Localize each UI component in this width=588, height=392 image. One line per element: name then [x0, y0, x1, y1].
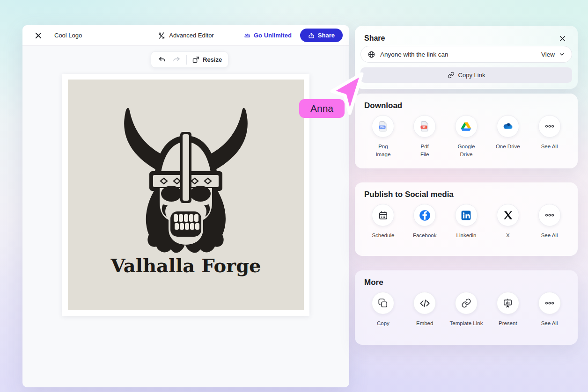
ellipsis-icon [544, 298, 555, 309]
chevron-down-icon [559, 51, 565, 58]
editor-header: Cool Logo Advanced Editor Go Unlimited S… [22, 25, 349, 46]
svg-text:PNG: PNG [380, 126, 385, 128]
x-icon [503, 210, 513, 220]
more-card: More Copy Embed [355, 270, 578, 345]
ellipsis-icon [544, 210, 555, 221]
svg-text:PDF: PDF [422, 126, 426, 128]
google-drive-icon [460, 121, 472, 132]
publish-x-button[interactable]: X [487, 204, 529, 240]
publish-see-all-button[interactable]: See All [529, 204, 570, 240]
copy-icon [378, 298, 388, 308]
copy-link-button[interactable]: Copy Link [360, 67, 572, 83]
viking-skull-logo: Valhalla Forge [68, 80, 304, 310]
undo-button[interactable] [157, 55, 167, 65]
crown-icon [243, 32, 251, 39]
more-present-button[interactable]: Present [487, 292, 529, 327]
download-google-drive-button[interactable]: Google Drive [446, 115, 487, 158]
download-png-button[interactable]: PNG Png Image [362, 115, 404, 158]
design-tools-icon [158, 32, 165, 39]
link-access-row[interactable]: Anyone with the link can View [360, 46, 572, 63]
share-panel: Share Anyone with the link can View Copy… [355, 0, 578, 392]
logo-design: Valhalla Forge [68, 80, 304, 310]
more-see-all-button[interactable]: See All [529, 292, 570, 327]
download-see-all-button[interactable]: See All [529, 115, 570, 158]
link-icon [448, 72, 455, 79]
publish-card: Publish to Social media Schedule Faceboo… [355, 182, 578, 256]
collaborator-name-badge: Anna [299, 99, 345, 118]
more-embed-button[interactable]: Embed [404, 292, 446, 327]
canvas-toolbar: Resize [151, 51, 228, 68]
advanced-editor-button[interactable]: Advanced Editor [158, 32, 213, 39]
present-icon [502, 298, 513, 309]
publish-schedule-button[interactable]: Schedule [362, 204, 404, 240]
publish-linkedin-button[interactable]: Linkedin [446, 204, 487, 240]
resize-button[interactable]: Resize [192, 56, 222, 64]
onedrive-icon [502, 120, 514, 132]
close-icon [34, 31, 43, 40]
share-panel-title: Share [364, 34, 385, 43]
document-title: Cool Logo [54, 32, 82, 39]
more-copy-button[interactable]: Copy [362, 292, 404, 327]
undo-icon [157, 55, 167, 65]
publish-title: Publish to Social media [355, 182, 578, 199]
link-access-label: Anyone with the link can [380, 51, 448, 58]
calendar-icon [378, 210, 389, 221]
logo-brand-text: Valhalla Forge [110, 254, 261, 276]
resize-icon [192, 56, 200, 64]
download-pdf-button[interactable]: PDF Pdf File [404, 115, 446, 158]
logo-artboard[interactable]: Valhalla Forge [62, 74, 309, 316]
toolbar-divider [186, 55, 187, 65]
close-icon [559, 35, 566, 43]
share-card: Share Anyone with the link can View Copy… [355, 26, 578, 89]
download-card: Download PNG Png Image PDF Pdf File [355, 94, 578, 168]
share-panel-close-button[interactable] [556, 32, 568, 44]
go-unlimited-button[interactable]: Go Unlimited [243, 32, 292, 39]
ellipsis-icon [544, 121, 555, 132]
more-template-link-button[interactable]: Template Link [446, 292, 487, 327]
download-title: Download [355, 94, 578, 110]
embed-icon [419, 298, 430, 309]
link-icon [461, 298, 471, 308]
pdf-file-icon: PDF [419, 121, 430, 132]
editor-window: Cool Logo Advanced Editor Go Unlimited S… [22, 25, 349, 387]
linkedin-icon [460, 210, 472, 221]
advanced-editor-label: Advanced Editor [169, 32, 213, 39]
more-title: More [355, 270, 578, 287]
publish-facebook-button[interactable]: Facebook [404, 204, 446, 240]
app-background: Cool Logo Advanced Editor Go Unlimited S… [0, 0, 588, 392]
editor-close-button[interactable] [32, 29, 45, 42]
globe-icon [368, 51, 375, 58]
redo-icon [172, 55, 181, 65]
redo-button[interactable] [172, 55, 181, 65]
link-permission-dropdown[interactable]: View [541, 51, 565, 58]
share-button[interactable]: Share [300, 29, 343, 42]
download-onedrive-button[interactable]: One Drive [487, 115, 529, 158]
share-upload-icon [308, 32, 315, 39]
png-file-icon: PNG [377, 121, 389, 132]
facebook-icon [419, 209, 431, 222]
